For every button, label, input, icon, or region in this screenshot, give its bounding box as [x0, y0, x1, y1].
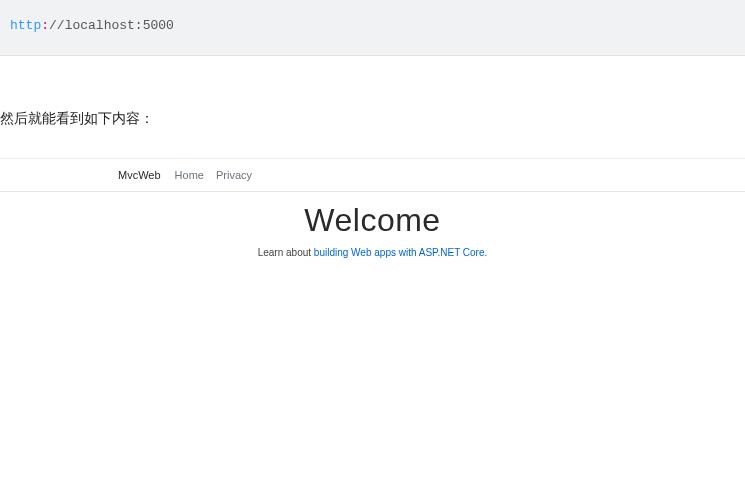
navbar: MvcWeb Home Privacy [0, 159, 745, 192]
hero-sub-link[interactable]: building Web apps with ASP.NET Core. [314, 247, 487, 258]
caption-text: 然后就能看到如下内容： [0, 56, 745, 158]
url-rest: //localhost:5000 [49, 18, 174, 33]
page-title: Welcome [0, 202, 745, 239]
nav-link-privacy[interactable]: Privacy [216, 169, 252, 181]
brand-link[interactable]: MvcWeb [118, 169, 161, 181]
nav-link-home[interactable]: Home [175, 169, 204, 181]
url-scheme: http [10, 18, 41, 33]
url-colon: : [41, 18, 49, 33]
hero-subtitle: Learn about building Web apps with ASP.N… [0, 247, 745, 258]
url-bar[interactable]: http://localhost:5000 [0, 0, 745, 56]
hero-section: Welcome Learn about building Web apps wi… [0, 192, 745, 258]
hero-sub-prefix: Learn about [258, 247, 314, 258]
embedded-page: MvcWeb Home Privacy Welcome Learn about … [0, 158, 745, 258]
